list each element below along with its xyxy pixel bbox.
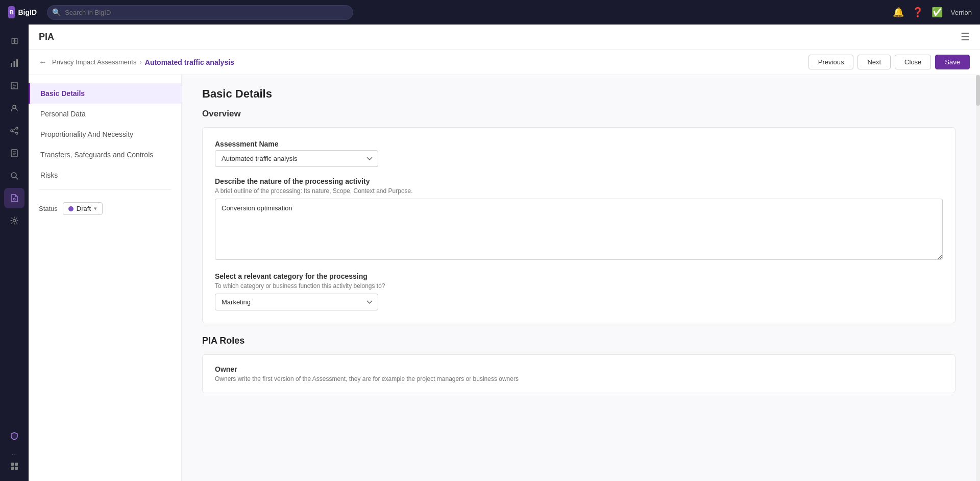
form-area: Basic Details Overview Assessment Name A… (182, 75, 976, 481)
overview-subtitle: Overview (202, 109, 955, 119)
section-title: Basic Details (202, 87, 955, 101)
nav-divider (39, 189, 171, 190)
svg-point-10 (13, 220, 16, 222)
status-chevron-icon: ▾ (94, 205, 97, 212)
svg-rect-2 (16, 59, 18, 67)
save-button[interactable]: Save (935, 55, 970, 69)
previous-button[interactable]: Previous (808, 55, 854, 69)
search-icon: 🔍 (52, 8, 61, 16)
sidebar: ⊞ ··· (0, 25, 29, 481)
svg-point-3 (13, 105, 16, 108)
topbar-right: 🔔 ❓ ✅ Verrion (893, 7, 972, 18)
breadcrumb-bar: ← Privacy Impact Assessments › Automated… (29, 50, 980, 75)
page-title: PIA (39, 32, 54, 42)
assessment-name-group: Assessment Name Automated traffic analys… (215, 140, 943, 167)
nav-item-risks[interactable]: Risks (29, 165, 181, 185)
sidebar-item-policies[interactable] (4, 143, 24, 163)
nav-item-personal-data[interactable]: Personal Data (29, 104, 181, 124)
sidebar-item-reports[interactable] (4, 76, 24, 96)
tasks-icon[interactable]: ✅ (932, 7, 943, 18)
nav-item-transfers[interactable]: Transfers, Safeguards and Controls (29, 145, 181, 165)
sidebar-item-dashboard[interactable]: ⊞ (4, 31, 24, 51)
owner-title: Owner (215, 365, 943, 373)
svg-point-5 (16, 127, 18, 129)
svg-point-6 (16, 132, 18, 134)
status-dropdown[interactable]: Draft ▾ (63, 202, 103, 215)
svg-rect-13 (11, 467, 14, 470)
logo-text: BigID (18, 8, 37, 16)
topbar: B BigID 🔍 🔔 ❓ ✅ Verrion (0, 0, 980, 25)
left-nav: Basic Details Personal Data Proportional… (29, 75, 182, 481)
svg-rect-11 (11, 463, 14, 466)
svg-rect-1 (14, 61, 15, 67)
search-input[interactable] (47, 5, 353, 20)
breadcrumb-back-icon[interactable]: ← (39, 58, 47, 67)
breadcrumb: ← Privacy Impact Assessments › Automated… (39, 58, 234, 67)
next-button[interactable]: Next (857, 55, 891, 69)
sidebar-item-connections[interactable] (4, 121, 24, 141)
sidebar-grid-icon[interactable] (4, 462, 24, 471)
assessment-name-select[interactable]: Automated traffic analysis (215, 150, 378, 167)
assessment-name-label: Assessment Name (215, 140, 943, 148)
notifications-icon[interactable]: 🔔 (893, 7, 904, 18)
owner-card: Owner Owners write the first version of … (202, 354, 955, 393)
sidebar-item-users[interactable] (4, 98, 24, 118)
processing-activity-sublabel: A brief outline of the processing: Its n… (215, 187, 943, 195)
nav-item-basic-details[interactable]: Basic Details (29, 83, 181, 104)
sidebar-bottom: ··· (4, 426, 24, 475)
status-row: Status Draft ▾ (29, 194, 181, 219)
scrollbar-thumb[interactable] (976, 75, 980, 106)
status-value: Draft (77, 205, 91, 212)
scrollbar[interactable] (976, 75, 980, 481)
owner-desc: Owners write the first version of the As… (215, 375, 943, 382)
status-label: Status (39, 205, 58, 212)
sidebar-item-scanner[interactable] (4, 165, 24, 186)
svg-rect-14 (15, 467, 18, 470)
svg-rect-12 (15, 463, 18, 466)
category-select[interactable]: Marketing (215, 294, 378, 310)
logo-icon: B (8, 6, 15, 18)
breadcrumb-current: Automated traffic analysis (145, 58, 234, 66)
username: Verrion (951, 9, 972, 16)
category-group: Select a relevant category for the proce… (215, 272, 943, 310)
page-header-actions: ☰ (961, 31, 970, 43)
processing-activity-label: Describe the nature of the processing ac… (215, 177, 943, 185)
breadcrumb-actions: Previous Next Close Save (808, 55, 970, 69)
sidebar-item-pia[interactable] (4, 188, 24, 208)
sidebar-item-settings[interactable] (4, 210, 24, 231)
processing-activity-textarea[interactable]: Conversion optimisation (215, 199, 943, 260)
svg-point-4 (11, 130, 13, 132)
processing-activity-group: Describe the nature of the processing ac… (215, 177, 943, 262)
page-header: PIA ☰ (29, 25, 980, 50)
svg-point-9 (13, 198, 15, 200)
category-sublabel: To which category or business function t… (215, 282, 943, 290)
sidebar-item-bottom1[interactable]: ··· (4, 450, 24, 458)
help-icon[interactable]: ❓ (912, 7, 923, 18)
nav-item-proportionality[interactable]: Proportionality And Necessity (29, 124, 181, 145)
main-content: PIA ☰ ← Privacy Impact Assessments › Aut… (29, 25, 980, 481)
content-layout: Basic Details Personal Data Proportional… (29, 75, 980, 481)
status-indicator (68, 206, 74, 211)
sidebar-item-privacy[interactable] (4, 426, 24, 446)
page-menu-icon[interactable]: ☰ (961, 31, 970, 43)
sidebar-item-analytics[interactable] (4, 53, 24, 74)
overview-card: Assessment Name Automated traffic analys… (202, 127, 955, 323)
svg-rect-0 (11, 63, 12, 67)
app-logo[interactable]: B BigID (8, 6, 37, 18)
search-bar: 🔍 (47, 5, 353, 20)
breadcrumb-separator: › (139, 58, 141, 66)
pia-roles-title: PIA Roles (202, 335, 955, 346)
breadcrumb-parent-link[interactable]: Privacy Impact Assessments (52, 58, 136, 66)
category-label: Select a relevant category for the proce… (215, 272, 943, 280)
close-button[interactable]: Close (895, 55, 931, 69)
